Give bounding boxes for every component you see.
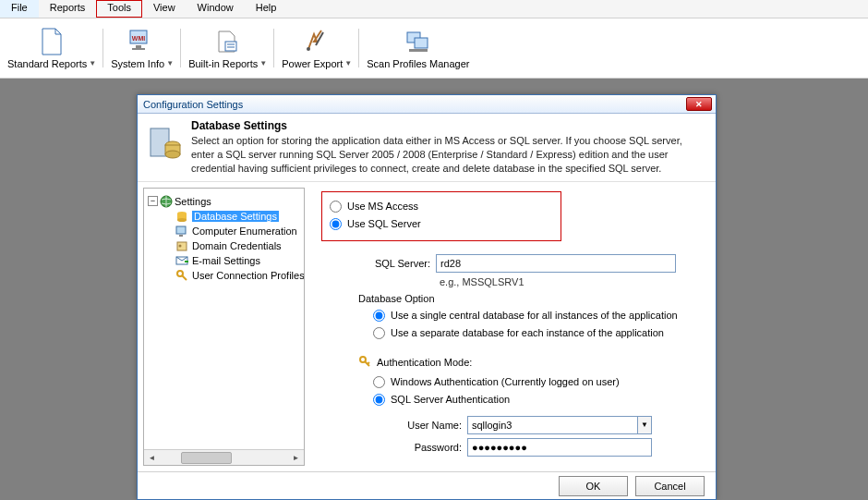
username-input[interactable] (467, 416, 637, 434)
toolbar-label: Standard Reports (7, 58, 87, 69)
scroll-right-button[interactable]: ► (288, 450, 304, 466)
menu-bar: File Reports Tools View Window Help (0, 0, 868, 18)
svg-rect-2 (132, 48, 145, 50)
main-toolbar: Standard Reports ▼ WMI System Info ▼ Bui… (0, 18, 868, 79)
settings-panel: Use MS Access Use SQL Server SQL Server:… (310, 182, 716, 471)
chevron-down-icon: ▼ (89, 59, 96, 67)
tree-node-computer-enumeration[interactable]: Computer Enumeration (148, 224, 305, 238)
close-icon: ✕ (695, 100, 703, 109)
svg-point-14 (165, 151, 180, 158)
tree-node-database-settings[interactable]: Database Settings (148, 209, 305, 224)
chevron-down-icon: ▼ (259, 59, 267, 67)
tree-label: Database Settings (192, 211, 279, 222)
toolbar-label: Built-in Reports (188, 58, 258, 69)
computer-icon (175, 225, 188, 238)
tree-root-label: Settings (175, 196, 211, 207)
scroll-thumb[interactable] (181, 452, 232, 464)
svg-rect-9 (415, 38, 428, 48)
menu-help[interactable]: Help (245, 0, 288, 18)
menu-window[interactable]: Window (187, 0, 245, 18)
password-input[interactable] (467, 438, 652, 457)
ok-button[interactable]: OK (559, 476, 628, 496)
menu-reports[interactable]: Reports (39, 0, 97, 18)
radio-label: Use SQL Server (347, 218, 421, 229)
sql-server-hint: e.g., MSSQLSRV1 (440, 276, 705, 287)
radio-label: Use a separate database for each instanc… (391, 327, 664, 338)
radio-db-separate[interactable]: Use a separate database for each instanc… (373, 324, 705, 342)
svg-point-7 (307, 47, 310, 51)
radio-ms-access[interactable]: Use MS Access (330, 198, 553, 215)
database-settings-icon (147, 119, 184, 162)
power-export-icon (302, 27, 332, 56)
radio-db-single-input[interactable] (373, 310, 385, 322)
svg-rect-10 (409, 49, 428, 52)
tree-node-email-settings[interactable]: E-mail Settings (148, 253, 305, 268)
username-dropdown-button[interactable]: ▼ (637, 416, 652, 434)
toolbar-scan-profiles[interactable]: Scan Profiles Manager (359, 21, 476, 75)
chevron-down-icon: ▼ (641, 421, 648, 429)
menu-view[interactable]: View (142, 0, 187, 18)
tree-node-user-connection-profiles[interactable]: User Connection Profiles (148, 268, 305, 283)
radio-sql-server[interactable]: Use SQL Server (330, 215, 553, 233)
header-description: Select an option for storing the applica… (191, 134, 706, 176)
scroll-left-button[interactable]: ◄ (144, 450, 160, 466)
horizontal-scrollbar[interactable]: ◄ ► (144, 449, 304, 465)
dialog-footer: OK Cancel (138, 471, 716, 499)
chevron-down-icon: ▼ (166, 59, 174, 67)
menu-tools[interactable]: Tools (96, 0, 142, 18)
globe-icon (160, 195, 173, 208)
scan-profiles-icon (404, 27, 433, 56)
radio-db-separate-input[interactable] (373, 327, 385, 339)
credentials-icon (175, 239, 188, 252)
toolbar-standard-reports[interactable]: Standard Reports ▼ (0, 21, 103, 75)
radio-auth-sql-input[interactable] (373, 394, 385, 406)
svg-rect-21 (177, 242, 187, 250)
toolbar-power-export[interactable]: Power Export ▼ (274, 21, 359, 75)
radio-auth-sql[interactable]: SQL Server Authentication (373, 391, 705, 409)
sql-server-input[interactable] (436, 254, 676, 273)
tree-node-domain-credentials[interactable]: Domain Credentials (148, 238, 305, 253)
sql-server-label: SQL Server: (321, 258, 430, 269)
radio-label: Windows Authentication (Currently logged… (391, 376, 620, 387)
chevron-down-icon: ▼ (344, 59, 352, 67)
radio-label: Use a single central database for all in… (391, 310, 678, 321)
toolbar-label: System Info (111, 58, 164, 69)
key-icon (358, 355, 371, 370)
report-page-icon (37, 27, 66, 56)
tree-label: User Connection Profiles (192, 270, 305, 281)
system-info-icon: WMI (127, 27, 157, 56)
menu-file[interactable]: File (0, 0, 39, 18)
toolbar-system-info[interactable]: WMI System Info ▼ (103, 21, 181, 75)
radio-db-single[interactable]: Use a single central database for all in… (373, 307, 705, 324)
header-heading: Database Settings (191, 119, 706, 132)
tree-label: E-mail Settings (192, 255, 260, 266)
close-button[interactable]: ✕ (686, 97, 712, 111)
db-option-heading: Database Option (358, 293, 705, 304)
radio-ms-access-input[interactable] (330, 201, 342, 213)
database-icon (175, 210, 188, 223)
cancel-button[interactable]: Cancel (635, 476, 705, 496)
radio-sql-server-input[interactable] (330, 218, 342, 230)
svg-rect-1 (136, 45, 141, 48)
dialog-titlebar[interactable]: Configuration Settings ✕ (138, 95, 716, 114)
radio-label: SQL Server Authentication (391, 394, 510, 405)
tree-node-root[interactable]: − Settings (148, 194, 305, 209)
toolbar-label: Power Export (282, 58, 343, 69)
radio-auth-windows-input[interactable] (373, 376, 385, 388)
tree-collapse-icon[interactable]: − (148, 196, 158, 206)
configuration-dialog: Configuration Settings ✕ Database Settin… (137, 94, 717, 500)
storage-option-group: Use MS Access Use SQL Server (321, 191, 561, 241)
auth-mode-heading: Authentication Mode: (377, 357, 472, 368)
toolbar-label: Scan Profiles Manager (367, 58, 469, 69)
email-icon (175, 254, 188, 267)
radio-auth-windows[interactable]: Windows Authentication (Currently logged… (373, 373, 705, 391)
svg-rect-19 (176, 226, 186, 234)
toolbar-builtin-reports[interactable]: Built-in Reports ▼ (181, 21, 274, 75)
svg-rect-20 (179, 235, 183, 237)
settings-tree[interactable]: − Settings Database Settings Computer En… (143, 188, 305, 466)
tree-label: Domain Credentials (192, 240, 282, 251)
username-label: User Name: (388, 420, 462, 431)
svg-point-18 (177, 218, 187, 222)
svg-text:WMI: WMI (132, 35, 145, 42)
key-icon (175, 269, 188, 282)
